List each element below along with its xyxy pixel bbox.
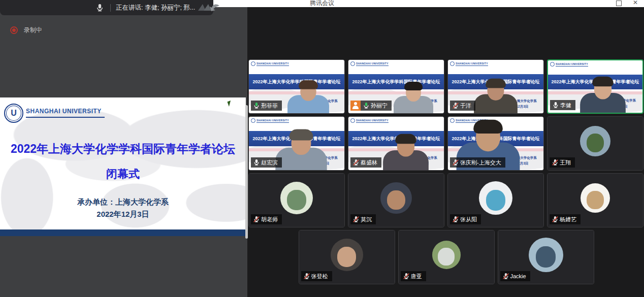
participant-name: 王翔 <box>560 159 575 167</box>
participant-tile[interactable]: SHANGHAI UNIVERSITY 2022年上海大学化学学科国际青年学者论… <box>447 116 544 171</box>
mic-status-icon <box>452 216 459 223</box>
participant-name-label: 李健 <box>550 100 575 110</box>
close-icon[interactable]: ✕ <box>633 0 638 6</box>
meeting-main-area: U SHANGHAI UNIVERSITY 2022年上海大学化学学科国际青年学… <box>0 7 644 297</box>
mini-university-seal-icon <box>550 62 555 67</box>
participant-tile[interactable]: 胡老师 <box>248 173 345 227</box>
university-logo-text: SHANGHAI UNIVERSITY <box>26 108 105 118</box>
participant-tile[interactable]: Jackie <box>498 230 594 284</box>
participant-tile[interactable]: 杨婧艺 <box>547 173 643 227</box>
mic-status-icon <box>352 216 360 223</box>
participant-avatar <box>479 181 512 215</box>
participant-silhouette <box>383 136 429 170</box>
participant-silhouette <box>276 131 327 170</box>
video-grid: SHANGHAI UNIVERSITY 2022年上海大学化学学科国际青年学者论… <box>247 7 644 284</box>
speaking-now-label: 正在讲话: 李健; 孙丽宁; 邢... <box>116 4 195 12</box>
maximize-icon[interactable] <box>616 1 622 6</box>
participant-name: Jackie <box>510 273 530 279</box>
mic-status-icon <box>552 159 559 166</box>
video-grid-row: SHANGHAI UNIVERSITY 2022年上海大学化学学科国际青年学者论… <box>248 116 644 171</box>
host-badge-icon <box>350 101 361 111</box>
university-logo-row: U SHANGHAI UNIVERSITY <box>4 104 105 123</box>
participant-name: 蔡盛林 <box>361 159 381 167</box>
participant-tile[interactable]: SHANGHAI UNIVERSITY 2022年上海大学化学学科国际青年学者论… <box>248 59 345 114</box>
participant-silhouette <box>394 83 433 113</box>
shared-screen-panel: U SHANGHAI UNIVERSITY 2022年上海大学化学学科国际青年学… <box>0 7 247 297</box>
mic-status-icon <box>363 102 370 109</box>
participant-name-label: 蔡盛林 <box>350 157 381 168</box>
recording-dot-icon <box>10 26 18 34</box>
participant-tile[interactable]: 张从阳 <box>447 173 544 227</box>
mic-status-icon <box>452 159 459 166</box>
participant-name-label: Jackie <box>500 271 530 281</box>
participant-name-label: 张从阳 <box>450 214 481 224</box>
participant-tile[interactable]: 王翔 <box>547 116 643 171</box>
participant-silhouette <box>287 82 329 113</box>
microphone-icon[interactable] <box>95 4 104 12</box>
participant-name: 邢菲菲 <box>261 102 282 110</box>
mic-status-icon <box>552 102 559 109</box>
recording-indicator: 录制中 <box>10 26 42 35</box>
mini-university-seal-icon <box>251 118 255 123</box>
mic-status-icon <box>253 159 260 166</box>
slide-title: 2022年上海大学化学学科国际青年学者论坛 <box>0 141 246 157</box>
video-grid-panel: SHANGHAI UNIVERSITY 2022年上海大学化学学科国际青年学者论… <box>247 7 644 297</box>
participant-name-label: 杨婧艺 <box>550 214 581 224</box>
participant-name: 莫沉 <box>361 216 376 223</box>
mini-slide-logo: SHANGHAI UNIVERSITY <box>550 62 588 67</box>
mic-status-icon <box>253 216 260 223</box>
slide-footer-bar <box>0 229 246 236</box>
video-grid-row: SHANGHAI UNIVERSITY 2022年上海大学化学学科国际青年学者论… <box>248 59 644 114</box>
mini-university-seal-icon <box>450 61 455 66</box>
participant-name-label: 王翔 <box>550 157 575 168</box>
mini-slide-logo: SHANGHAI UNIVERSITY <box>251 61 289 66</box>
participant-avatar <box>280 182 313 214</box>
participant-name-label: 赵宏滨 <box>251 157 282 168</box>
mini-university-seal-icon <box>350 61 355 66</box>
participant-tile[interactable]: 张登松 <box>299 230 395 284</box>
participant-tile[interactable]: SHANGHAI UNIVERSITY 2022年上海大学化学学科国际青年学者论… <box>248 116 345 171</box>
panel-divider-handle[interactable] <box>245 105 248 239</box>
participant-name: 张从阳 <box>460 216 481 223</box>
participant-name: 胡老师 <box>261 216 282 223</box>
participant-tile[interactable]: 莫沉 <box>348 173 444 227</box>
watermark-icons <box>196 2 222 13</box>
participant-name: 杨婧艺 <box>560 216 581 223</box>
shanghai-university-seal-icon: U <box>4 104 23 123</box>
mini-university-seal-icon <box>450 118 455 123</box>
participant-name-label: 孙丽宁 <box>350 101 392 111</box>
participant-tile[interactable]: SHANGHAI UNIVERSITY 2022年上海大学化学学科国际青年学者论… <box>348 116 444 171</box>
mini-slide-logo: SHANGHAI UNIVERSITY <box>350 118 389 123</box>
participant-silhouette <box>474 80 518 113</box>
mouse-cursor-icon <box>228 101 233 107</box>
window-controls: ✕ <box>616 0 638 6</box>
participant-tile[interactable]: SHANGHAI UNIVERSITY 2022年上海大学化学学科国际青年学者论… <box>547 59 643 114</box>
participant-silhouette <box>580 78 626 113</box>
mini-slide-logo: SHANGHAI UNIVERSITY <box>450 61 488 66</box>
mic-status-icon <box>452 102 459 109</box>
participant-name-label: 莫沉 <box>350 214 376 224</box>
slide-date: 2022年12月3日 <box>0 210 246 219</box>
participant-name-label: 唐亚 <box>401 271 426 281</box>
participant-name: 张登松 <box>311 273 332 280</box>
participant-name-label: 张登松 <box>301 271 332 281</box>
participant-avatar <box>331 239 363 271</box>
mic-status-icon <box>403 273 410 280</box>
mini-university-seal-icon <box>251 61 255 66</box>
participant-tile[interactable]: 唐亚 <box>398 230 495 284</box>
participant-avatar <box>580 126 610 156</box>
participant-name: 赵宏滨 <box>261 159 282 167</box>
mic-status-icon <box>502 273 509 280</box>
mic-status-icon <box>253 102 260 109</box>
participant-name: 唐亚 <box>411 273 426 280</box>
slide-organizer: 承办单位：上海大学化学系 <box>0 197 246 207</box>
participant-tile[interactable]: SHANGHAI UNIVERSITY 2022年上海大学化学学科国际青年学者论… <box>348 59 444 114</box>
participant-tile[interactable]: SHANGHAI UNIVERSITY 2022年上海大学化学学科国际青年学者论… <box>447 59 544 114</box>
participant-name-label: 于洋 <box>450 101 475 111</box>
mic-status-icon <box>552 216 559 223</box>
participant-name: 李健 <box>560 102 575 109</box>
participant-name: 于洋 <box>460 102 475 110</box>
video-grid-row: 胡老师 莫沉 <box>248 173 644 227</box>
participant-name-label: 邢菲菲 <box>251 101 282 111</box>
participant-avatar <box>529 238 563 272</box>
